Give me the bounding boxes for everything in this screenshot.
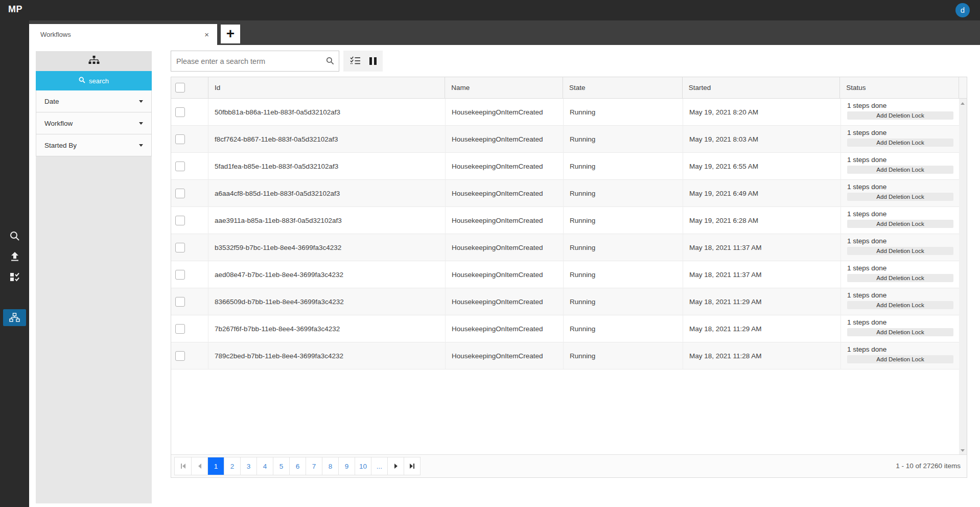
- pause-button[interactable]: [369, 57, 377, 65]
- filter-section-workflow[interactable]: Workflow: [36, 112, 152, 134]
- rail-upload-button[interactable]: [0, 247, 29, 266]
- cell-id: 8366509d-b7bb-11eb-8ee4-3699fa3c4232: [208, 288, 446, 315]
- pager-page-2-button[interactable]: 2: [224, 457, 240, 475]
- cell-status: 1 steps done Add Deletion Lock: [841, 126, 960, 153]
- workflows-icon: [9, 313, 20, 322]
- pause-icon: [369, 57, 377, 65]
- pager-prev-button[interactable]: [191, 457, 207, 475]
- pager-page-9-button[interactable]: 9: [338, 457, 355, 475]
- toolbar-icons: [343, 51, 383, 72]
- task-list-icon: [350, 56, 361, 66]
- row-checkbox-cell: [171, 261, 208, 288]
- sitemap-icon: [88, 56, 100, 66]
- row-checkbox[interactable]: [175, 270, 185, 280]
- add-deletion-lock-button[interactable]: Add Deletion Lock: [847, 166, 953, 174]
- table-row[interactable]: 50fbb81a-b86a-11eb-883f-0a5d32102af3 Hou…: [171, 99, 960, 126]
- filter-section-started-by[interactable]: Started By: [36, 134, 152, 156]
- pager-page-5-button[interactable]: 5: [273, 457, 289, 475]
- cell-state: Running: [564, 153, 683, 180]
- column-header-started[interactable]: Started: [683, 77, 841, 98]
- search-icon: [9, 231, 20, 242]
- row-checkbox-cell: [171, 207, 208, 234]
- row-checkbox[interactable]: [175, 216, 185, 225]
- pager-page-10-button[interactable]: 10: [355, 457, 371, 475]
- column-header-status[interactable]: Status: [840, 77, 959, 98]
- chevron-down-icon: [139, 122, 143, 125]
- add-deletion-lock-button[interactable]: Add Deletion Lock: [847, 301, 953, 309]
- select-all-checkbox[interactable]: [175, 83, 185, 93]
- grid-body: 50fbb81a-b86a-11eb-883f-0a5d32102af3 Hou…: [171, 99, 960, 370]
- table-row[interactable]: 5fad1fea-b85e-11eb-883f-0a5d32102af3 Hou…: [171, 153, 960, 180]
- cell-state: Running: [564, 99, 683, 126]
- table-row[interactable]: 789c2bed-b7bb-11eb-8ee4-3699fa3c4232 Hou…: [171, 342, 960, 370]
- tasks-icon: [10, 272, 20, 282]
- cell-status: 1 steps done Add Deletion Lock: [841, 261, 960, 288]
- cell-started: May 18, 2021 11:28 AM: [683, 342, 841, 370]
- add-deletion-lock-button[interactable]: Add Deletion Lock: [847, 220, 953, 228]
- row-checkbox[interactable]: [175, 134, 185, 144]
- add-deletion-lock-button[interactable]: Add Deletion Lock: [847, 355, 953, 363]
- panel-search-button[interactable]: search: [36, 71, 152, 90]
- scroll-down-icon[interactable]: [961, 449, 965, 452]
- rail-search-button[interactable]: [0, 226, 29, 246]
- scroll-up-icon[interactable]: [961, 102, 965, 105]
- tab-strip: Workflows × +: [29, 20, 980, 45]
- row-checkbox[interactable]: [175, 324, 185, 334]
- hierarchy-view-button[interactable]: [36, 51, 152, 71]
- row-checkbox[interactable]: [175, 243, 185, 252]
- add-deletion-lock-button[interactable]: Add Deletion Lock: [847, 328, 953, 336]
- add-deletion-lock-button[interactable]: Add Deletion Lock: [847, 247, 953, 255]
- row-checkbox[interactable]: [175, 189, 185, 198]
- add-deletion-lock-button[interactable]: Add Deletion Lock: [847, 139, 953, 147]
- search-input[interactable]: [171, 51, 339, 72]
- vertical-scrollbar[interactable]: [959, 99, 967, 455]
- cell-status: 1 steps done Add Deletion Lock: [841, 315, 960, 342]
- pager-buttons: 12345678910...: [174, 457, 421, 475]
- table-row[interactable]: f8cf7624-b867-11eb-883f-0a5d32102af3 Hou…: [171, 126, 960, 153]
- rail-workflows-button[interactable]: [3, 309, 26, 326]
- steps-done-label: 1 steps done: [847, 237, 953, 245]
- add-deletion-lock-button[interactable]: Add Deletion Lock: [847, 274, 953, 282]
- cell-started: May 19, 2021 8:20 AM: [683, 99, 841, 126]
- steps-done-label: 1 steps done: [847, 264, 953, 272]
- new-tab-button[interactable]: +: [221, 25, 240, 43]
- rail-tasks-button[interactable]: [0, 267, 29, 287]
- add-deletion-lock-button[interactable]: Add Deletion Lock: [847, 111, 953, 120]
- column-header-name[interactable]: Name: [445, 77, 563, 98]
- column-header-state[interactable]: State: [563, 77, 683, 98]
- row-checkbox[interactable]: [175, 107, 185, 117]
- user-avatar[interactable]: d: [955, 3, 970, 17]
- cell-id: f8cf7624-b867-11eb-883f-0a5d32102af3: [208, 126, 446, 153]
- cell-state: Running: [564, 207, 683, 234]
- cell-name: HousekeepingOnItemCreated: [446, 99, 564, 126]
- pager-page-7-button[interactable]: 7: [306, 457, 322, 475]
- close-icon[interactable]: ×: [204, 24, 209, 45]
- tab-workflows[interactable]: Workflows ×: [29, 24, 217, 45]
- pager-next-button[interactable]: [387, 457, 404, 475]
- row-checkbox[interactable]: [175, 162, 185, 171]
- filter-section-date[interactable]: Date: [36, 90, 152, 112]
- row-checkbox[interactable]: [175, 351, 185, 361]
- table-row[interactable]: b3532f59-b7bc-11eb-8ee4-3699fa3c4232 Hou…: [171, 234, 960, 261]
- pager-first-button[interactable]: [175, 457, 191, 475]
- header-scroll-spacer: [959, 77, 967, 98]
- table-row[interactable]: aed08e47-b7bc-11eb-8ee4-3699fa3c4232 Hou…: [171, 261, 960, 288]
- column-header-id[interactable]: Id: [208, 77, 445, 98]
- pager-page-8-button[interactable]: 8: [322, 457, 338, 475]
- pager-page-3-button[interactable]: 3: [240, 457, 256, 475]
- pager-more-button[interactable]: ...: [371, 457, 387, 475]
- task-list-view-button[interactable]: [350, 56, 361, 66]
- table-row[interactable]: 7b267f6f-b7bb-11eb-8ee4-3699fa3c4232 Hou…: [171, 315, 960, 342]
- row-checkbox-cell: [171, 234, 208, 261]
- row-checkbox[interactable]: [175, 297, 185, 307]
- add-deletion-lock-button[interactable]: Add Deletion Lock: [847, 193, 953, 201]
- pager-last-button[interactable]: [404, 457, 420, 475]
- table-row[interactable]: aae3911a-b85a-11eb-883f-0a5d32102af3 Hou…: [171, 207, 960, 234]
- pager-page-1-button[interactable]: 1: [207, 457, 224, 475]
- pager-page-6-button[interactable]: 6: [289, 457, 306, 475]
- app-logo: MP: [8, 4, 22, 15]
- search-icon[interactable]: [326, 57, 334, 67]
- table-row[interactable]: a6aa4cf8-b85d-11eb-883f-0a5d32102af3 Hou…: [171, 180, 960, 207]
- table-row[interactable]: 8366509d-b7bb-11eb-8ee4-3699fa3c4232 Hou…: [171, 288, 960, 315]
- pager-page-4-button[interactable]: 4: [256, 457, 273, 475]
